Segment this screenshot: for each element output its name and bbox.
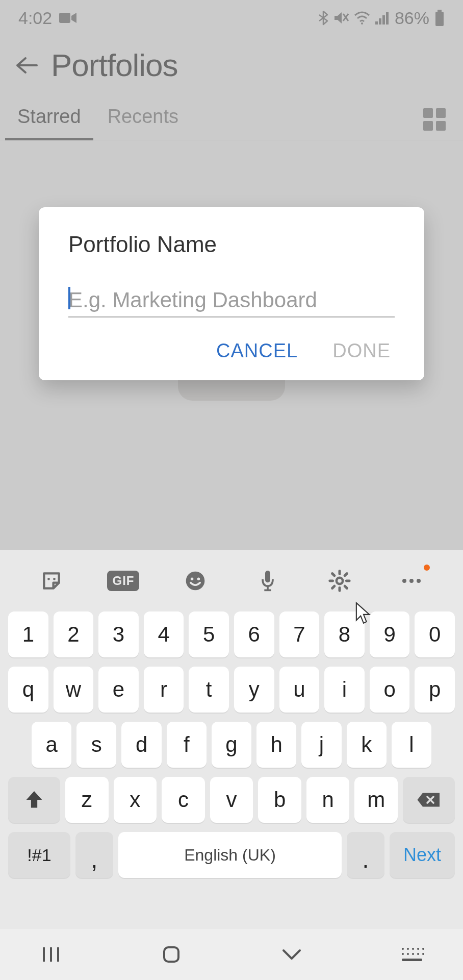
svg-point-27 — [407, 948, 409, 950]
portfolio-name-input[interactable] — [68, 284, 395, 317]
svg-point-18 — [337, 578, 343, 584]
key-e[interactable]: e — [98, 667, 139, 713]
svg-rect-0 — [59, 13, 70, 23]
app-header: Portfolios — [0, 36, 463, 99]
svg-point-20 — [409, 579, 414, 583]
key-h[interactable]: h — [256, 722, 296, 768]
key-3[interactable]: 3 — [98, 611, 139, 657]
svg-rect-36 — [402, 959, 422, 961]
gif-icon[interactable]: GIF — [108, 566, 139, 596]
key-0[interactable]: 0 — [415, 611, 455, 657]
more-icon[interactable] — [396, 566, 427, 596]
svg-point-31 — [402, 953, 404, 955]
tab-starred[interactable]: Starred — [17, 99, 81, 140]
keyboard-row-asdf: a s d f g h j k l — [8, 722, 455, 768]
key-period[interactable]: . — [347, 832, 384, 878]
keyboard-row-zxcv: z x c v b n m — [8, 777, 455, 823]
key-m[interactable]: m — [354, 777, 398, 823]
home-icon — [161, 944, 182, 965]
key-s[interactable]: s — [76, 722, 116, 768]
view-toggle-button[interactable] — [423, 108, 446, 131]
key-t[interactable]: t — [189, 667, 229, 713]
key-c[interactable]: c — [162, 777, 205, 823]
key-6[interactable]: 6 — [234, 611, 274, 657]
key-5[interactable]: 5 — [189, 611, 229, 657]
emoji-icon[interactable] — [180, 566, 211, 596]
sticker-icon[interactable] — [36, 566, 67, 596]
key-2[interactable]: 2 — [54, 611, 94, 657]
done-button[interactable]: DONE — [332, 340, 391, 362]
nav-home[interactable] — [156, 939, 187, 970]
key-comma[interactable]: , — [75, 832, 113, 878]
svg-point-13 — [191, 578, 194, 581]
nav-keyboard-switch[interactable] — [397, 939, 427, 970]
wifi-icon — [354, 11, 370, 24]
key-9[interactable]: 9 — [370, 611, 410, 657]
key-o[interactable]: o — [370, 667, 410, 713]
soft-keyboard: GIF 1 2 3 4 5 6 7 8 9 0 q — [0, 550, 463, 980]
key-backspace[interactable] — [403, 777, 455, 823]
key-n[interactable]: n — [306, 777, 350, 823]
svg-point-30 — [422, 948, 424, 950]
status-bar: 4:02 86% — [0, 0, 463, 36]
key-w[interactable]: w — [54, 667, 94, 713]
key-k[interactable]: k — [347, 722, 387, 768]
svg-rect-25 — [164, 947, 178, 962]
backspace-icon — [417, 791, 441, 808]
keyboard-icon — [400, 946, 424, 963]
tabs: Starred Recents — [0, 99, 463, 140]
key-b[interactable]: b — [258, 777, 301, 823]
key-7[interactable]: 7 — [279, 611, 320, 657]
key-u[interactable]: u — [279, 667, 320, 713]
mic-icon[interactable] — [252, 566, 283, 596]
svg-point-32 — [407, 953, 409, 955]
key-f[interactable]: f — [167, 722, 207, 768]
battery-icon — [434, 10, 445, 26]
key-4[interactable]: 4 — [144, 611, 184, 657]
keyboard-row-bottom: !#1 , English (UK) . Next — [8, 832, 455, 878]
key-v[interactable]: v — [210, 777, 253, 823]
svg-rect-5 — [379, 18, 381, 24]
back-button[interactable] — [15, 54, 38, 77]
key-l[interactable]: l — [392, 722, 431, 768]
key-1[interactable]: 1 — [8, 611, 48, 657]
dialog-title: Portfolio Name — [68, 232, 395, 257]
recents-icon — [41, 945, 61, 964]
svg-point-3 — [361, 22, 363, 24]
key-p[interactable]: p — [415, 667, 455, 713]
svg-point-11 — [53, 578, 56, 580]
key-i[interactable]: i — [324, 667, 365, 713]
status-time: 4:02 — [18, 8, 52, 28]
nav-recents[interactable] — [36, 939, 66, 970]
tab-recents[interactable]: Recents — [108, 99, 178, 140]
cancel-button[interactable]: CANCEL — [216, 340, 298, 362]
nav-back[interactable] — [276, 939, 307, 970]
key-space[interactable]: English (UK) — [118, 832, 342, 878]
key-q[interactable]: q — [8, 667, 48, 713]
portfolio-name-dialog: Portfolio Name CANCEL DONE — [39, 207, 424, 380]
svg-point-26 — [402, 948, 404, 950]
system-nav-bar — [0, 929, 463, 980]
keyboard-toolbar: GIF — [0, 550, 463, 611]
svg-point-28 — [412, 948, 414, 950]
svg-rect-15 — [265, 571, 270, 582]
key-a[interactable]: a — [32, 722, 71, 768]
key-shift[interactable] — [8, 777, 60, 823]
key-j[interactable]: j — [301, 722, 341, 768]
key-next[interactable]: Next — [390, 832, 455, 878]
key-r[interactable]: r — [144, 667, 184, 713]
key-d[interactable]: d — [121, 722, 161, 768]
svg-point-12 — [186, 572, 205, 591]
key-symbols[interactable]: !#1 — [8, 832, 70, 878]
key-y[interactable]: y — [234, 667, 274, 713]
svg-point-14 — [197, 578, 200, 581]
key-z[interactable]: z — [65, 777, 109, 823]
key-g[interactable]: g — [212, 722, 251, 768]
svg-point-10 — [47, 578, 50, 580]
keyboard-row-qwerty: q w e r t y u i o p — [8, 667, 455, 713]
key-x[interactable]: x — [114, 777, 157, 823]
notification-dot-icon — [424, 565, 430, 571]
gear-icon[interactable] — [324, 566, 355, 596]
key-8[interactable]: 8 — [324, 611, 365, 657]
svg-point-34 — [417, 953, 419, 955]
